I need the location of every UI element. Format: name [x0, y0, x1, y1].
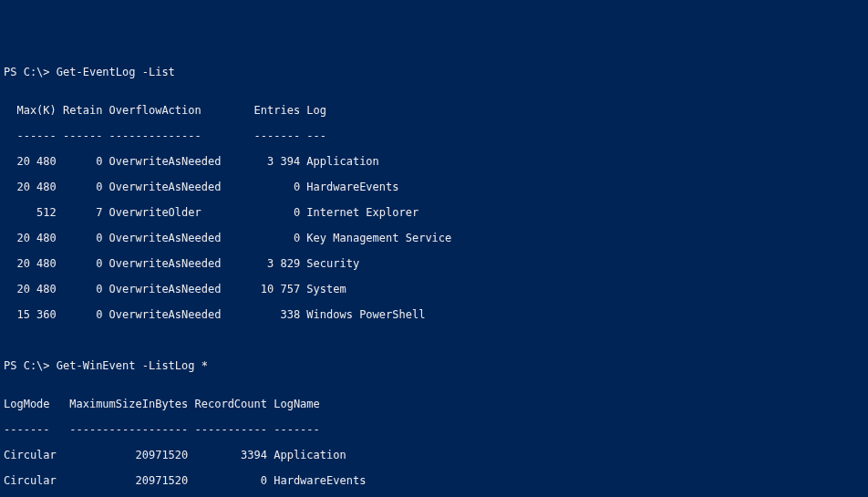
winevent-row: Circular 20971520 0 HardwareEvents	[4, 474, 864, 487]
eventlog-header-l2: ------ ------ -------------- ------- ---	[4, 129, 864, 142]
winevent-header-l1: LogMode MaximumSizeInBytes RecordCount L…	[4, 398, 864, 410]
winevent-header-l2: ------- ------------------ ----------- -…	[4, 423, 864, 436]
powershell-terminal[interactable]: PS C:\> Get-EventLog -List Max(K) Retain…	[0, 51, 868, 497]
eventlog-header-l1: Max(K) Retain OverflowAction Entries Log	[4, 104, 864, 117]
eventlog-row: 20 480 0 OverwriteAsNeeded 3 394 Applica…	[4, 155, 864, 168]
eventlog-row: 512 7 OverwriteOlder 0 Internet Explorer	[4, 206, 864, 219]
eventlog-row: 15 360 0 OverwriteAsNeeded 338 Windows P…	[4, 308, 864, 321]
eventlog-row: 20 480 0 OverwriteAsNeeded 0 Key Managem…	[4, 232, 864, 244]
eventlog-row: 20 480 0 OverwriteAsNeeded 0 HardwareEve…	[4, 181, 864, 193]
command-prompt-1: PS C:\> Get-EventLog -List	[4, 66, 864, 78]
eventlog-row: 20 480 0 OverwriteAsNeeded 3 829 Securit…	[4, 257, 864, 270]
eventlog-row: 20 480 0 OverwriteAsNeeded 10 757 System	[4, 283, 864, 295]
command-prompt-2: PS C:\> Get-WinEvent -ListLog *	[4, 359, 864, 372]
winevent-row: Circular 20971520 3394 Application	[4, 449, 864, 461]
